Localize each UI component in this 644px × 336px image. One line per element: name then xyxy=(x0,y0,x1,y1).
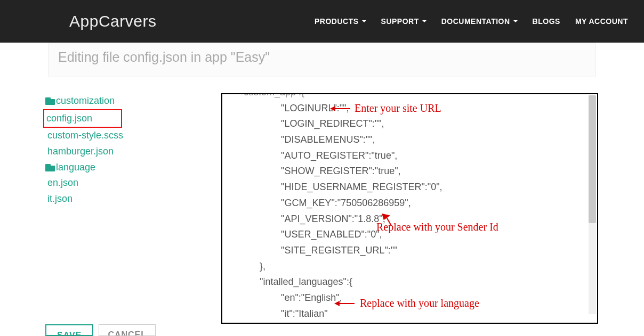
main-content: customization config.json custom-style.s… xyxy=(0,93,644,324)
file-custom-style[interactable]: custom-style.scss xyxy=(45,128,216,144)
folder-customization[interactable]: customization xyxy=(45,93,216,109)
nav-documentation[interactable]: DOCUMENTATION xyxy=(441,17,518,26)
brand-logo[interactable]: AppCarvers xyxy=(69,12,156,30)
chevron-down-icon xyxy=(513,20,518,22)
nav-menu: PRODUCTS SUPPORT DOCUMENTATION BLOGS MY … xyxy=(315,17,628,26)
action-buttons: SAVE CANCEL xyxy=(45,324,156,336)
code-line: }, xyxy=(238,259,592,275)
file-tree: customization config.json custom-style.s… xyxy=(45,93,216,324)
nav-blogs[interactable]: BLOGS xyxy=(533,17,560,26)
top-nav: AppCarvers PRODUCTS SUPPORT DOCUMENTATIO… xyxy=(0,0,644,43)
chevron-down-icon xyxy=(362,20,366,22)
code-line: "LOGIN_REDIRECT":"", xyxy=(238,116,592,132)
scrollbar-thumb[interactable] xyxy=(589,95,596,223)
code-line: "AUTO_REGISTER":"true", xyxy=(238,148,592,164)
folder-open-icon xyxy=(45,97,55,105)
file-hamburger[interactable]: hamburger.json xyxy=(45,144,216,160)
folder-label: language xyxy=(56,160,95,176)
code-line: "SITE_REGISTER_URL":"" xyxy=(238,243,592,259)
code-editor[interactable]: custom_app :{ "LOGINURL":"", "LOGIN_REDI… xyxy=(222,94,597,323)
code-line: "API_VERSION":"1.8.8", xyxy=(238,211,592,227)
file-config-json[interactable]: config.json xyxy=(45,109,216,128)
file-it-json[interactable]: it.json xyxy=(45,191,216,207)
file-en-json[interactable]: en.json xyxy=(45,175,216,191)
nav-support-label: SUPPORT xyxy=(381,17,419,26)
code-line: "GCM_KEY":"750506286959", xyxy=(238,195,592,211)
code-line: "DISABLEMENUS":"", xyxy=(238,132,592,148)
chevron-down-icon xyxy=(422,20,426,22)
save-button[interactable]: SAVE xyxy=(45,324,93,336)
nav-account[interactable]: MY ACCOUNT xyxy=(575,17,628,26)
nav-products[interactable]: PRODUCTS xyxy=(315,17,366,26)
code-line: "USER_ENABLED":"0", xyxy=(238,227,592,243)
code-line: custom_app :{ xyxy=(238,94,592,101)
nav-blogs-label: BLOGS xyxy=(533,17,560,26)
folder-label: customization xyxy=(56,93,115,109)
page-title: Editing file config.json in app "Easy" xyxy=(48,43,596,77)
nav-documentation-label: DOCUMENTATION xyxy=(441,17,510,26)
file-label: config.json xyxy=(43,109,122,128)
code-line: "HIDE_USERNAME_REGISTER":"0", xyxy=(238,179,592,195)
code-editor-frame: custom_app :{ "LOGINURL":"", "LOGIN_REDI… xyxy=(221,93,598,324)
folder-open-icon xyxy=(45,164,55,171)
code-line: "intalled_languages":{ xyxy=(238,274,592,290)
code-line: "LOGINURL":"", xyxy=(238,101,592,117)
nav-support[interactable]: SUPPORT xyxy=(381,17,426,26)
folder-language[interactable]: language xyxy=(45,160,216,176)
nav-products-label: PRODUCTS xyxy=(315,17,359,26)
code-line: "it":"Italian" xyxy=(238,306,592,322)
code-line: "en":"English", xyxy=(238,290,592,306)
cancel-button[interactable]: CANCEL xyxy=(99,324,156,336)
nav-account-label: MY ACCOUNT xyxy=(575,17,628,26)
code-line: "SHOW_REGISTER":"true", xyxy=(238,163,592,179)
